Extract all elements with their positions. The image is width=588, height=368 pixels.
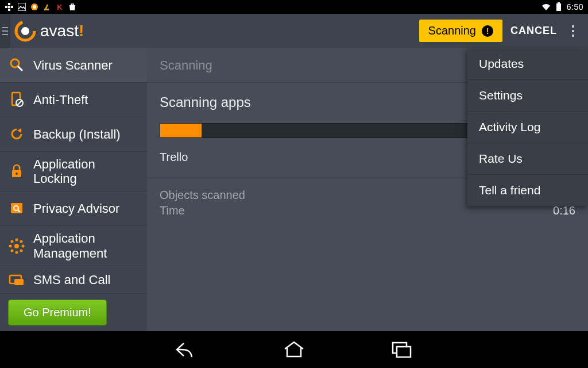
sidebar-item-label: Application Locking <box>33 157 95 186</box>
lock-icon <box>8 163 25 180</box>
k-icon: K <box>55 2 64 12</box>
svg-point-35 <box>20 249 23 252</box>
stat-time: Time 0:16 <box>160 204 575 217</box>
go-premium-button[interactable]: Go Premium! <box>8 300 107 325</box>
svg-rect-39 <box>397 347 411 357</box>
android-nav-bar <box>0 331 588 368</box>
svg-point-32 <box>11 240 14 243</box>
status-right: 6:50 <box>541 2 583 12</box>
app-header: avast! Scanning ! CANCEL <box>0 14 588 48</box>
svg-rect-37 <box>14 279 24 285</box>
brand-logo: avast! <box>10 20 84 43</box>
stat-label: Objects scanned <box>160 189 245 202</box>
svg-rect-4 <box>8 9 10 11</box>
menu-item-rate-us[interactable]: Rate Us <box>467 143 588 175</box>
avast-tray-icon <box>30 2 39 12</box>
sidebar-item-backup[interactable]: Backup (Install) <box>0 117 147 152</box>
alert-icon: ! <box>482 25 493 37</box>
svg-line-17 <box>18 66 22 71</box>
sidebar-item-virus-scanner[interactable]: Virus Scanner <box>0 48 147 83</box>
android-status-bar: K 6:50 <box>0 0 588 14</box>
sidebar-item-anti-theft[interactable]: Anti-Theft <box>0 83 147 117</box>
wifi-icon <box>541 2 551 12</box>
scanning-status-badge[interactable]: Scanning ! <box>419 20 502 42</box>
svg-rect-24 <box>11 203 22 213</box>
menu-item-activity-log[interactable]: Activity Log <box>467 112 588 143</box>
svg-rect-12 <box>2 30 8 32</box>
svg-rect-1 <box>5 6 7 8</box>
svg-point-29 <box>16 251 18 254</box>
sidebar-item-app-management[interactable]: Application Management <box>0 226 147 266</box>
notif-icon <box>5 2 14 12</box>
sidebar-item-label: Privacy Advisor <box>33 201 119 216</box>
svg-point-28 <box>16 238 18 241</box>
stat-value: 0:16 <box>553 204 575 217</box>
battery-icon <box>554 2 563 12</box>
svg-point-27 <box>14 244 19 248</box>
sidebar-item-app-locking[interactable]: Application Locking <box>0 152 147 192</box>
avast-logo-icon <box>14 20 37 43</box>
sidebar-item-label: Anti-Theft <box>33 93 88 107</box>
refresh-icon <box>8 125 25 143</box>
svg-point-31 <box>22 244 25 247</box>
svg-rect-13 <box>2 34 8 35</box>
magnifier-icon <box>8 56 25 74</box>
nav-home-button[interactable] <box>280 336 308 363</box>
svg-rect-10 <box>558 2 560 3</box>
svg-rect-3 <box>11 6 13 8</box>
svg-point-23 <box>16 172 18 175</box>
scanning-label: Scanning <box>428 24 476 37</box>
svg-point-15 <box>21 27 29 35</box>
overflow-menu: Updates Settings Activity Log Rate Us Te… <box>467 48 588 206</box>
svg-point-34 <box>11 249 14 252</box>
main-panel: Scanning Scanning apps Trello Objects sc… <box>147 48 588 331</box>
sidebar-item-label: SMS and Call <box>33 273 111 287</box>
sms-icon <box>8 271 25 289</box>
sidebar-item-sms-call[interactable]: SMS and Call <box>0 266 147 294</box>
cancel-button[interactable]: CANCEL <box>510 25 557 37</box>
image-icon <box>17 2 26 12</box>
status-left-icons: K <box>5 2 77 12</box>
sidebar-item-label: Backup (Install) <box>33 127 121 141</box>
nav-back-button[interactable] <box>172 336 200 363</box>
svg-marker-21 <box>17 128 21 133</box>
overflow-menu-button[interactable] <box>565 20 581 43</box>
svg-point-7 <box>33 5 36 9</box>
sidebar-item-label: Application Management <box>33 231 107 260</box>
brand-text: avast! <box>40 22 84 40</box>
shield-search-icon <box>8 200 25 217</box>
svg-rect-8 <box>44 9 49 10</box>
nodes-icon <box>8 237 25 255</box>
svg-rect-2 <box>8 6 10 8</box>
svg-rect-0 <box>8 3 10 5</box>
svg-point-33 <box>20 240 23 243</box>
stat-label: Time <box>160 204 185 217</box>
nav-recents-button[interactable] <box>388 336 416 363</box>
svg-rect-9 <box>556 3 561 11</box>
clock: 6:50 <box>567 2 583 12</box>
phone-block-icon <box>8 91 25 108</box>
menu-drawer-button[interactable] <box>0 14 10 48</box>
scan-progress-fill <box>160 124 202 137</box>
svg-point-16 <box>11 59 19 67</box>
menu-item-tell-friend[interactable]: Tell a friend <box>467 175 588 206</box>
sidebar: Virus Scanner Anti-Theft Backup (Install… <box>0 48 147 331</box>
sidebar-item-label: Virus Scanner <box>33 58 113 72</box>
cleaner-icon <box>42 2 52 12</box>
svg-rect-11 <box>2 27 8 28</box>
svg-point-30 <box>9 244 12 247</box>
menu-item-settings[interactable]: Settings <box>467 80 588 112</box>
bag-icon <box>68 2 77 12</box>
sidebar-item-privacy-advisor[interactable]: Privacy Advisor <box>0 191 147 226</box>
menu-item-updates[interactable]: Updates <box>467 48 588 80</box>
